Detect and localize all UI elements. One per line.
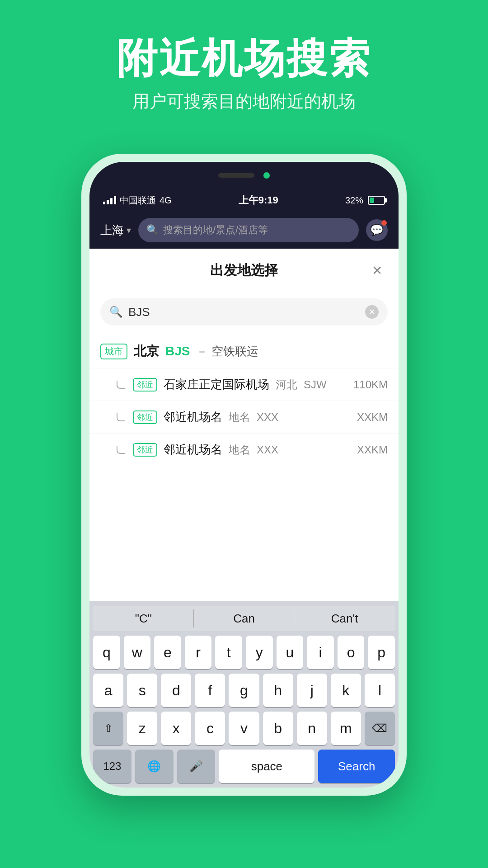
- globe-key[interactable]: 🌐: [135, 750, 174, 783]
- suggestion-item[interactable]: Can't: [294, 606, 395, 631]
- key-q[interactable]: q: [93, 636, 120, 669]
- backspace-key[interactable]: ⌫: [365, 712, 395, 745]
- chat-icon: 💬: [370, 224, 384, 236]
- curve-icon: [117, 381, 125, 389]
- curve-icon: [117, 446, 125, 454]
- chevron-down-icon: ▾: [127, 225, 131, 236]
- key-k[interactable]: k: [331, 674, 361, 707]
- search-input-value: BJS: [128, 305, 360, 319]
- airport-region: 河北: [276, 377, 297, 392]
- list-item[interactable]: 邻近 石家庄正定国际机场 河北 SJW 110KM: [89, 368, 399, 401]
- main-content: 出发地选择 ✕ 🔍 BJS ✕: [89, 249, 399, 788]
- phone-outer-shell: 中国联通 4G 上午9:19 32% 上海 ▾: [81, 154, 407, 796]
- airport-name: 邻近机场名: [164, 442, 222, 458]
- shift-key[interactable]: ⇧: [93, 712, 123, 745]
- modal-header: 出发地选择 ✕: [89, 249, 399, 289]
- signal-strength-icon: [103, 196, 116, 204]
- key-e[interactable]: e: [154, 636, 181, 669]
- list-item[interactable]: 邻近 邻近机场名 地名 XXX XXKM: [89, 401, 399, 434]
- keyboard-row-3: ⇧ z x c v b n m ⌫: [93, 712, 395, 745]
- status-left: 中国联通 4G: [103, 194, 172, 207]
- keyboard-row-1: q w e r t y u i o p: [93, 636, 395, 669]
- airport-region: 地名: [229, 410, 250, 425]
- key-a[interactable]: a: [93, 674, 123, 707]
- key-i[interactable]: i: [307, 636, 334, 669]
- key-c[interactable]: c: [195, 712, 225, 745]
- key-s[interactable]: s: [127, 674, 157, 707]
- city-result-suffix: － 空铁联运: [196, 344, 258, 359]
- battery-fill: [370, 198, 374, 203]
- keyboard-row-2: a s d f g h j k l: [93, 674, 395, 707]
- modal-search-field[interactable]: 🔍 BJS ✕: [100, 298, 388, 326]
- key-j[interactable]: j: [297, 674, 327, 707]
- list-item[interactable]: 邻近 邻近机场名 地名 XXX XXKM: [89, 434, 399, 466]
- network-label: 4G: [160, 195, 172, 206]
- app-topbar: 上海 ▾ 🔍 搜索目的地/景点/酒店等 💬: [89, 212, 399, 249]
- key-m[interactable]: m: [331, 712, 361, 745]
- search-icon: 🔍: [146, 224, 159, 236]
- status-right: 32%: [345, 195, 385, 206]
- front-camera: [263, 172, 270, 179]
- battery-icon: [368, 196, 385, 205]
- numbers-key[interactable]: 123: [93, 750, 131, 783]
- nearby-indicator: [117, 413, 127, 421]
- keyboard-bottom-row: 123 🌐 🎤 space Search: [93, 750, 395, 783]
- city-result-row[interactable]: 城市 北京 BJS － 空铁联运: [89, 335, 399, 368]
- key-u[interactable]: u: [277, 636, 304, 669]
- modal-search-row: 🔍 BJS ✕: [89, 289, 399, 335]
- search-key[interactable]: Search: [318, 750, 395, 783]
- airport-distance: XXKM: [357, 443, 388, 456]
- phone-screen: 中国联通 4G 上午9:19 32% 上海 ▾: [89, 189, 399, 788]
- airport-distance: 110KM: [353, 378, 388, 391]
- key-v[interactable]: v: [229, 712, 259, 745]
- airport-code: XXX: [257, 411, 278, 424]
- city-result-code: BJS: [165, 344, 190, 359]
- page-subtitle: 用户可搜索目的地附近的机场: [0, 90, 488, 113]
- speaker-grille: [218, 173, 254, 178]
- airport-name: 邻近机场名: [164, 409, 222, 425]
- key-r[interactable]: r: [185, 636, 212, 669]
- city-result-name: 北京: [134, 343, 159, 360]
- suggestion-item[interactable]: "C": [93, 606, 194, 631]
- microphone-key[interactable]: 🎤: [177, 750, 216, 783]
- key-d[interactable]: d: [161, 674, 191, 707]
- phone-notch: [89, 162, 399, 189]
- key-h[interactable]: h: [263, 674, 293, 707]
- space-key[interactable]: space: [219, 750, 314, 783]
- city-selector[interactable]: 上海 ▾: [100, 222, 131, 238]
- key-x[interactable]: x: [161, 712, 191, 745]
- empty-content-area: [89, 466, 399, 557]
- key-p[interactable]: p: [368, 636, 395, 669]
- key-t[interactable]: t: [215, 636, 242, 669]
- carrier-label: 中国联通: [120, 194, 156, 207]
- key-y[interactable]: y: [246, 636, 273, 669]
- app-search-bar[interactable]: 🔍 搜索目的地/景点/酒店等: [138, 218, 359, 242]
- suggestion-item[interactable]: Can: [194, 606, 295, 631]
- key-b[interactable]: b: [263, 712, 293, 745]
- key-l[interactable]: l: [365, 674, 395, 707]
- search-icon: 🔍: [109, 306, 123, 318]
- key-f[interactable]: f: [195, 674, 225, 707]
- nearby-indicator: [117, 381, 127, 389]
- search-clear-button[interactable]: ✕: [365, 305, 379, 319]
- key-g[interactable]: g: [229, 674, 259, 707]
- status-time: 上午9:19: [239, 193, 278, 207]
- curve-icon: [117, 413, 125, 421]
- key-z[interactable]: z: [127, 712, 157, 745]
- keyboard-suggestions-bar: "C" Can Can't: [93, 606, 395, 631]
- nearby-tag: 邻近: [133, 410, 157, 424]
- chat-icon-button[interactable]: 💬: [366, 219, 388, 241]
- page-title: 附近机场搜索: [0, 36, 488, 81]
- airport-region: 地名: [229, 443, 250, 457]
- close-button[interactable]: ✕: [369, 263, 385, 279]
- key-w[interactable]: w: [124, 636, 151, 669]
- search-placeholder-text: 搜索目的地/景点/酒店等: [163, 223, 268, 237]
- city-label: 上海: [100, 222, 124, 238]
- airport-code: XXX: [257, 443, 278, 456]
- key-n[interactable]: n: [297, 712, 327, 745]
- key-o[interactable]: o: [338, 636, 365, 669]
- modal-title: 出发地选择: [119, 261, 369, 280]
- airport-distance: XXKM: [357, 411, 388, 424]
- airport-code: SJW: [304, 378, 327, 391]
- nearby-tag: 邻近: [133, 443, 157, 457]
